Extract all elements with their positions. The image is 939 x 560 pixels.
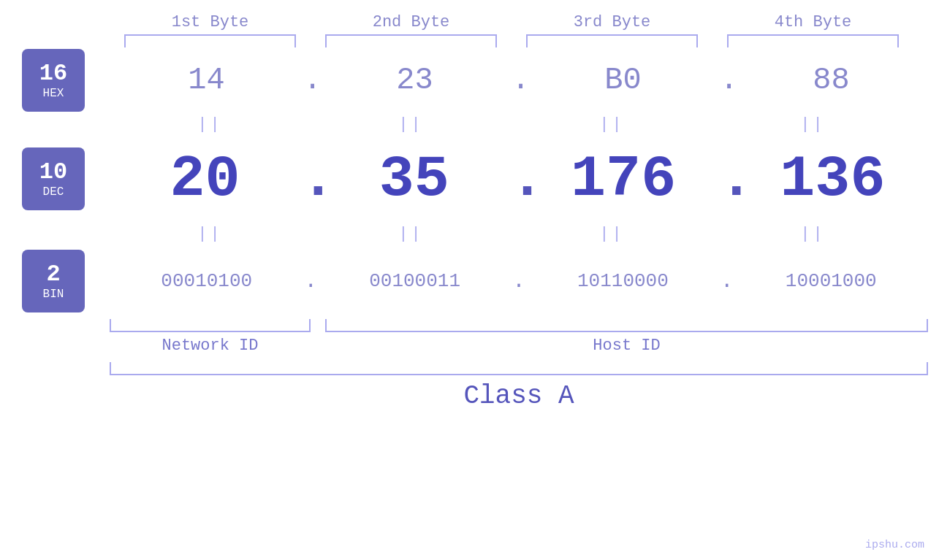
host-id-bracket [325, 319, 928, 332]
equals-row-1: || || || || [110, 113, 939, 135]
dot-dec-3: . [719, 146, 737, 212]
hex-byte4: 88 [734, 63, 928, 98]
bracket-cell-1 [110, 34, 311, 47]
dec-val-4: 136 [737, 146, 928, 212]
eq1-4: || [712, 115, 913, 134]
id-labels: Network ID Host ID [110, 337, 939, 355]
bin-byte2: 00100011 [318, 270, 512, 292]
dot-bin-3: . [720, 269, 734, 294]
dec-byte4: 136 [737, 146, 928, 212]
bin-val-4: 10001000 [734, 270, 928, 292]
dot-bin-2: . [512, 269, 525, 294]
byte4-header: 4th Byte [712, 13, 913, 31]
byte-headers: 1st Byte 2nd Byte 3rd Byte 4th Byte [110, 13, 939, 31]
bin-byte4: 10001000 [734, 270, 928, 292]
dec-val-3: 176 [528, 146, 719, 212]
hex-name: HEX [43, 87, 64, 100]
host-id-label: Host ID [325, 337, 928, 355]
bin-val-1: 00010100 [110, 270, 304, 292]
bin-values-row: 00010100 . 00100011 . 10110000 . 1000100… [110, 269, 928, 294]
eq2-2: || [311, 225, 512, 243]
byte3-header: 3rd Byte [512, 13, 712, 31]
dec-byte2: 35 [319, 146, 509, 212]
hex-val-4: 88 [734, 63, 928, 98]
bin-label: 2 BIN [22, 250, 85, 312]
bin-byte3: 10110000 [526, 270, 721, 292]
bracket-cell-3 [512, 34, 712, 47]
dec-values-row: 20 . 35 . 176 . 136 [110, 146, 928, 212]
dec-byte3: 176 [528, 146, 719, 212]
watermark: ipshu.com [865, 539, 924, 551]
hex-byte1: 14 [110, 63, 303, 98]
dot-hex-2: . [512, 63, 526, 98]
dec-num: 10 [39, 159, 67, 185]
bottom-brackets [110, 319, 939, 332]
class-label-container: Class A [110, 381, 928, 411]
eq1-2: || [311, 115, 512, 134]
class-bracket [110, 362, 928, 375]
eq2-4: || [712, 225, 913, 243]
hex-label: 16 HEX [22, 49, 85, 112]
bin-val-3: 10110000 [526, 270, 721, 292]
dot-dec-1: . [300, 146, 319, 212]
hex-byte2: 23 [318, 63, 512, 98]
top-brackets [110, 34, 939, 47]
network-id-bracket [110, 319, 311, 332]
bracket-top-2 [325, 34, 497, 47]
bracket-top-3 [526, 34, 698, 47]
dot-dec-2: . [510, 146, 528, 212]
dot-bin-1: . [304, 269, 318, 294]
byte1-header: 1st Byte [110, 13, 311, 31]
hex-val-3: B0 [526, 63, 720, 98]
bin-name: BIN [43, 288, 64, 301]
bracket-top-1 [124, 34, 296, 47]
hex-num: 16 [39, 61, 67, 86]
bracket-cell-4 [712, 34, 913, 47]
dec-val-1: 20 [110, 146, 300, 212]
eq1-1: || [110, 115, 311, 134]
dec-name: DEC [43, 185, 64, 199]
bracket-cell-2 [311, 34, 512, 47]
network-id-label: Network ID [110, 337, 311, 355]
bin-val-2: 00100011 [318, 270, 512, 292]
dec-byte1: 20 [110, 146, 300, 212]
equals-row-2: || || || || [110, 223, 939, 245]
eq2-1: || [110, 225, 311, 243]
hex-val-2: 23 [318, 63, 512, 98]
eq1-3: || [512, 115, 712, 134]
eq2-3: || [512, 225, 712, 243]
main-container: 1st Byte 2nd Byte 3rd Byte 4th Byte 16 H… [0, 0, 939, 560]
dot-hex-3: . [720, 63, 734, 98]
byte2-header: 2nd Byte [311, 13, 512, 31]
bin-num: 2 [46, 261, 60, 287]
dot-hex-1: . [303, 63, 318, 98]
hex-values-row: 14 . 23 . B0 . 88 [110, 63, 928, 98]
class-label: Class A [463, 381, 574, 411]
hex-val-1: 14 [110, 63, 303, 98]
dec-val-2: 35 [319, 146, 509, 212]
hex-byte3: B0 [526, 63, 720, 98]
bin-byte1: 00010100 [110, 270, 304, 292]
bracket-top-4 [727, 34, 899, 47]
dec-label: 10 DEC [22, 147, 85, 210]
